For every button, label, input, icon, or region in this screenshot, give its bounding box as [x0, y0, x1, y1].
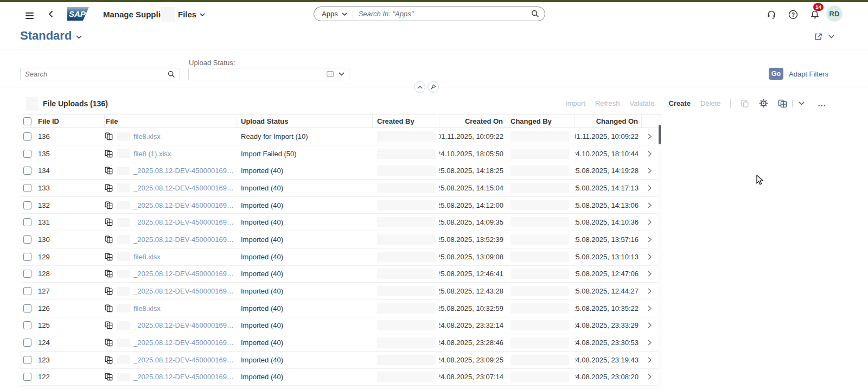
back-icon[interactable]	[48, 10, 53, 18]
file-link[interactable]: file8 (1).xlsx	[133, 150, 171, 158]
table-row[interactable]: 126 file8.xlsx Imported (40) 25.08.2025,…	[21, 300, 662, 317]
refresh-button[interactable]: Refresh	[595, 99, 620, 107]
row-checkbox[interactable]	[23, 356, 31, 364]
row-navigation-chevron-icon[interactable]	[648, 202, 652, 208]
column-header-created-by[interactable]: Created By	[373, 114, 439, 127]
chevron-down-icon[interactable]	[339, 72, 344, 76]
row-checkbox[interactable]	[23, 132, 31, 141]
import-button[interactable]: Import	[565, 99, 585, 107]
sap-logo[interactable]: SAP	[67, 7, 89, 21]
row-navigation-chevron-icon[interactable]	[648, 133, 652, 139]
row-checkbox[interactable]	[23, 235, 31, 244]
row-navigation-chevron-icon[interactable]	[648, 185, 652, 191]
row-checkbox[interactable]	[23, 184, 31, 192]
file-link[interactable]: file8.xlsx	[133, 253, 161, 261]
table-row[interactable]: 128 _2025.08.12-DEV-4500001693 (1).xlsx …	[21, 266, 662, 283]
share-icon[interactable]	[814, 32, 823, 41]
column-header-created-on[interactable]: Created On	[439, 114, 506, 127]
row-navigation-chevron-icon[interactable]	[648, 168, 652, 174]
table-row[interactable]: 131 _2025.08.12-DEV-4500001693 (1).xlsx …	[21, 214, 662, 231]
collapse-header-button[interactable]	[414, 81, 425, 93]
row-checkbox[interactable]	[23, 373, 31, 381]
file-link[interactable]: file8.xlsx	[133, 304, 161, 313]
file-link[interactable]: _2025.08.12-DEV-4500001693 (1).xlsx	[133, 321, 235, 329]
file-link[interactable]: _2025.08.12-DEV-4500001693 (1).xlsx	[133, 270, 235, 278]
row-checkbox[interactable]	[23, 150, 31, 158]
row-checkbox[interactable]	[23, 167, 31, 175]
file-link[interactable]: _2025.08.12-DEV-4500001693 (1).xlsx	[133, 167, 235, 175]
create-button[interactable]: Create	[668, 99, 690, 107]
notifications-bell-icon[interactable]	[810, 10, 820, 20]
column-header-upload-status[interactable]: Upload Status	[237, 114, 373, 127]
select-all-checkbox[interactable]	[23, 117, 31, 125]
table-row[interactable]: 124 _2025.08.12-DEV-4500001693 (1).xlsx …	[21, 334, 662, 352]
copy-icon[interactable]	[741, 99, 749, 108]
file-link[interactable]: _2025.08.12-DEV-4500001693 (1).xlsx	[133, 218, 235, 226]
row-navigation-chevron-icon[interactable]	[648, 357, 652, 363]
search-input[interactable]: Search In: "Apps"	[359, 10, 531, 18]
row-navigation-chevron-icon[interactable]	[648, 305, 652, 311]
upload-status-combobox[interactable]	[188, 68, 349, 80]
table-row[interactable]: 130 _2025.08.12-DEV-4500001693 (1).xlsx …	[21, 231, 662, 248]
row-navigation-chevron-icon[interactable]	[648, 254, 652, 260]
settings-gear-icon[interactable]	[759, 99, 768, 108]
row-checkbox[interactable]	[23, 253, 31, 261]
row-navigation-chevron-icon[interactable]	[648, 322, 652, 328]
file-link[interactable]: file8.xlsx	[133, 132, 161, 141]
table-row[interactable]: 129 file8.xlsx Imported (40) 25.08.2025,…	[21, 248, 662, 266]
table-row[interactable]: 122 _2025.08.12-DEV-4500001693 (1).xlsx …	[21, 369, 662, 386]
file-link[interactable]: _2025.08.12-DEV-4500001693 (1).xlsx	[133, 373, 235, 381]
row-checkbox[interactable]	[23, 304, 31, 313]
row-checkbox[interactable]	[23, 270, 31, 278]
row-checkbox[interactable]	[23, 201, 31, 209]
delete-button[interactable]: Delete	[700, 99, 721, 107]
file-link[interactable]: _2025.08.12-DEV-4500001693 (1).xlsx	[133, 339, 235, 347]
search-icon[interactable]	[531, 10, 539, 18]
file-link[interactable]: _2025.08.12-DEV-4500001693 (1).xlsx	[133, 184, 235, 192]
validate-button[interactable]: Validate	[629, 99, 654, 107]
row-navigation-chevron-icon[interactable]	[648, 219, 652, 225]
column-header-changed-by[interactable]: Changed By	[506, 114, 575, 127]
table-row[interactable]: 127 _2025.08.12-DEV-4500001693 (1).xlsx …	[21, 283, 662, 300]
row-navigation-chevron-icon[interactable]	[648, 151, 652, 157]
app-title-menu[interactable]: Files	[178, 10, 205, 19]
go-button[interactable]: Go	[769, 68, 783, 80]
export-spreadsheet-icon[interactable]	[778, 99, 787, 108]
row-checkbox[interactable]	[23, 218, 31, 226]
shell-search[interactable]: Apps Search In: "Apps"	[314, 7, 545, 21]
row-navigation-chevron-icon[interactable]	[648, 288, 652, 294]
column-header-file-id[interactable]: File ID	[36, 114, 105, 127]
support-headset-icon[interactable]	[767, 10, 776, 20]
row-checkbox[interactable]	[23, 321, 31, 329]
file-link[interactable]: _2025.08.12-DEV-4500001693 (1).xlsx	[133, 201, 235, 209]
row-checkbox[interactable]	[23, 339, 31, 347]
file-link[interactable]: _2025.08.12-DEV-4500001693 (1).xlsx	[133, 235, 235, 244]
search-icon[interactable]	[168, 71, 175, 78]
file-link[interactable]: _2025.08.12-DEV-4500001693 (1).xlsx	[133, 356, 235, 364]
table-row[interactable]: 132 _2025.08.12-DEV-4500001693 (1).xlsx …	[21, 197, 662, 214]
variant-selector[interactable]: Standard	[20, 29, 82, 43]
overflow-menu-button[interactable]: ...	[818, 99, 826, 108]
scrollbar-thumb[interactable]	[659, 125, 661, 144]
hamburger-menu-icon[interactable]	[25, 11, 34, 21]
table-row[interactable]: 136 file8.xlsx Ready for Import (10) 01.…	[21, 128, 662, 145]
column-header-changed-on[interactable]: Changed On	[575, 114, 642, 127]
search-scope-select[interactable]: Apps	[322, 10, 347, 18]
export-menu-chevron-icon[interactable]	[799, 101, 805, 105]
chevron-down-icon[interactable]	[828, 35, 834, 39]
table-scrollbar[interactable]	[658, 114, 662, 389]
avatar[interactable]: RD	[826, 5, 843, 22]
filter-search-input[interactable]: Search	[20, 68, 180, 80]
row-navigation-chevron-icon[interactable]	[648, 340, 652, 346]
adapt-filters-link[interactable]: Adapt Filters	[789, 70, 828, 78]
file-link[interactable]: _2025.08.12-DEV-4500001693 (1).xlsx	[133, 287, 235, 295]
table-row[interactable]: 123 _2025.08.12-DEV-4500001693 (1).xlsx …	[21, 352, 662, 369]
row-navigation-chevron-icon[interactable]	[648, 374, 652, 380]
table-row[interactable]: 135 file8 (1).xlsx Import Failed (50) 24…	[21, 145, 662, 163]
help-icon[interactable]: ?	[788, 10, 798, 20]
table-row[interactable]: 134 _2025.08.12-DEV-4500001693 (1).xlsx …	[21, 162, 662, 180]
pin-header-button[interactable]	[427, 81, 439, 93]
value-help-icon[interactable]	[327, 71, 334, 77]
row-navigation-chevron-icon[interactable]	[648, 237, 652, 243]
row-checkbox[interactable]	[23, 287, 31, 295]
